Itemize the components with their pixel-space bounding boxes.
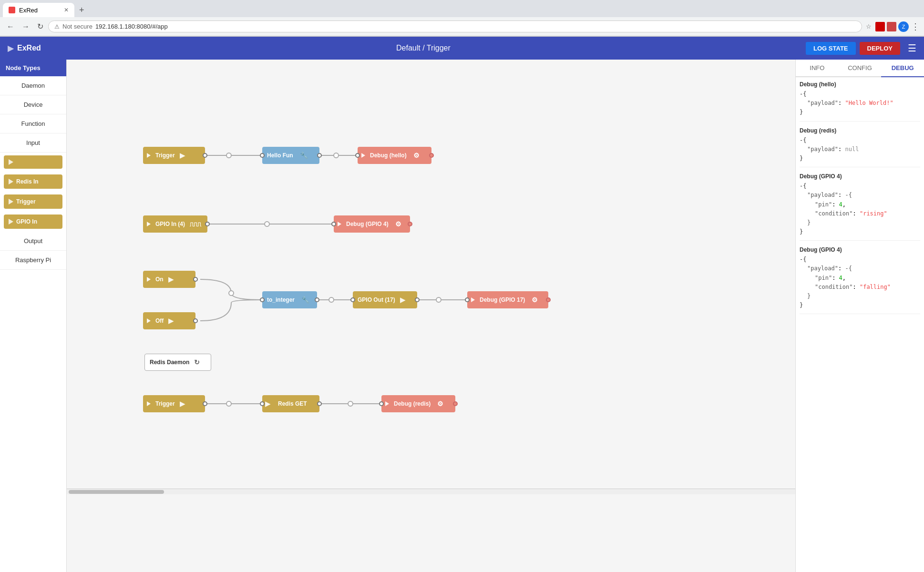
hamburger-menu-icon[interactable]: ☰: [908, 42, 916, 54]
horizontal-scrollbar[interactable]: [67, 489, 795, 494]
scrollbar-thumb[interactable]: [69, 490, 164, 494]
tab-title: ExRed: [19, 7, 38, 14]
node-hello-fun[interactable]: Hello Fun 🔧: [262, 147, 319, 164]
play-icon: [147, 401, 151, 406]
port-out[interactable]: [317, 153, 322, 158]
port-out[interactable]: [408, 222, 412, 226]
forward-button[interactable]: →: [19, 20, 32, 33]
sidebar-node-gpio-in[interactable]: GPIO In: [4, 214, 62, 229]
port-in[interactable]: [331, 222, 336, 226]
active-tab[interactable]: ExRed ✕: [3, 3, 74, 17]
port-in[interactable]: [379, 401, 384, 406]
sidebar-node-plain[interactable]: [4, 155, 62, 169]
node-off[interactable]: Off ▶: [143, 312, 195, 329]
port-out[interactable]: [453, 401, 458, 406]
sidebar-category-raspberry-pi[interactable]: Raspberry Pi: [0, 251, 66, 270]
address-bar[interactable]: ⚠ Not secure 192.168.1.180:8080/#/app: [48, 20, 862, 32]
gear-icon: ⚙: [395, 220, 401, 228]
tab-close-button[interactable]: ✕: [64, 7, 69, 13]
sidebar-node-trigger[interactable]: Trigger: [4, 194, 62, 209]
debug-block-hello: Debug (hello) -{ "payload": "Hello World…: [800, 81, 920, 122]
canvas-area[interactable]: Trigger ▶ Hello Fun 🔧 Debug (hello) ⚙: [67, 60, 795, 572]
address-protocol: Not secure: [62, 23, 92, 30]
sidebar-category-function[interactable]: Function: [0, 114, 66, 133]
tab-info[interactable]: INFO: [796, 60, 839, 76]
svg-point-5: [436, 297, 441, 302]
port-out[interactable]: [193, 318, 198, 323]
port-in[interactable]: [260, 153, 265, 158]
play-icon: [9, 179, 13, 184]
node-debug-hello[interactable]: Debug (hello) ⚙: [358, 147, 431, 164]
node-gpio-out-17[interactable]: GPIO Out (17) ▶: [353, 291, 417, 308]
node-on[interactable]: On ▶: [143, 271, 195, 288]
port-out[interactable]: [317, 401, 322, 406]
svg-point-0: [226, 153, 231, 158]
sidebar-category-output[interactable]: Output: [0, 232, 66, 251]
node-redis-get[interactable]: ▶ Redis GET: [262, 395, 319, 412]
extension-icon1[interactable]: [875, 22, 885, 31]
sidebar-category-input[interactable]: Input: [0, 133, 66, 153]
port-out[interactable]: [415, 297, 420, 302]
new-tab-button[interactable]: +: [74, 2, 89, 18]
port-out[interactable]: [193, 277, 198, 282]
tab-debug[interactable]: DEBUG: [881, 60, 924, 77]
tab-config[interactable]: CONFIG: [839, 60, 882, 76]
node-redis-daemon[interactable]: Redis Daemon ↻: [144, 354, 211, 371]
debug-block-gpio4-rising: Debug (GPIO 4) -{ "payload": -{ "pin": 4…: [800, 173, 920, 241]
port-out[interactable]: [203, 401, 207, 406]
menu-button[interactable]: ⋮: [911, 22, 920, 31]
port-out[interactable]: [429, 153, 434, 158]
node-label: Debug (GPIO 4): [341, 221, 393, 227]
sidebar-header: Node Types: [0, 60, 66, 76]
log-state-button[interactable]: LOG STATE: [806, 42, 855, 55]
play-icon: [9, 199, 13, 204]
port-in[interactable]: [260, 297, 265, 302]
gear-icon: ⚙: [532, 296, 538, 304]
node-debug-gpio17[interactable]: Debug (GPIO 17) ⚙: [467, 291, 548, 308]
node-gpio-in-4[interactable]: GPIO In (4) ⎍⎍⎍: [143, 215, 207, 233]
app-logo: ▶ ExRed: [8, 44, 41, 53]
node-debug-gpio4[interactable]: Debug (GPIO 4) ⚙: [334, 215, 410, 233]
port-out[interactable]: [315, 297, 319, 302]
node-debug-redis[interactable]: Debug (redis) ⚙: [381, 395, 455, 412]
sidebar-category-device[interactable]: Device: [0, 95, 66, 114]
node-label: GPIO Out (17): [353, 296, 400, 303]
port-in[interactable]: [260, 401, 265, 406]
port-in[interactable]: [355, 153, 360, 158]
sidebar-node-label: GPIO In: [16, 218, 37, 225]
sidebar-node-redis-in[interactable]: Redis In: [4, 174, 62, 189]
port-in[interactable]: [465, 297, 470, 302]
deploy-button[interactable]: DEPLOY: [860, 42, 900, 55]
port-out[interactable]: [546, 297, 551, 302]
node-trigger-2[interactable]: Trigger ▶: [143, 395, 205, 412]
node-trigger-1[interactable]: Trigger ▶: [143, 147, 205, 164]
bookmark-icon[interactable]: ☆: [864, 22, 873, 31]
security-icon: ⚠: [54, 23, 60, 30]
tools-icon: 🔧: [300, 152, 308, 159]
node-to-integer[interactable]: to_integer 🔧: [262, 291, 317, 308]
back-button[interactable]: ←: [4, 20, 17, 33]
debug-code: -{ "payload": -{ "pin": 4, "condition": …: [800, 182, 920, 236]
app-title: Default / Trigger: [396, 44, 451, 52]
play-icon: [147, 277, 151, 282]
profile-button[interactable]: Z: [898, 21, 909, 32]
arrow-icon: ▶: [168, 276, 174, 283]
extension-icon2[interactable]: [887, 22, 896, 31]
reload-button[interactable]: ↻: [34, 20, 46, 33]
tab-favicon: [9, 7, 15, 13]
play-icon: [147, 222, 151, 226]
play-icon: [9, 159, 13, 165]
port-out[interactable]: [203, 153, 207, 158]
app-header: ▶ ExRed Default / Trigger LOG STATE DEPL…: [0, 37, 924, 60]
port-out[interactable]: [205, 222, 210, 226]
sidebar-node-label: Redis In: [16, 178, 39, 185]
refresh-icon: ↻: [194, 358, 200, 366]
sidebar-category-daemon[interactable]: Daemon: [0, 76, 66, 95]
port-in[interactable]: [350, 297, 355, 302]
node-label: Redis Daemon: [145, 359, 194, 366]
arrow-icon: ▶: [400, 296, 405, 304]
node-label: Redis GET: [273, 400, 312, 407]
svg-point-6: [226, 401, 231, 406]
debug-block-title: Debug (GPIO 4): [800, 246, 920, 253]
browser-chrome: ExRed ✕ + ← → ↻ ⚠ Not secure 192.168.1.1…: [0, 0, 924, 37]
